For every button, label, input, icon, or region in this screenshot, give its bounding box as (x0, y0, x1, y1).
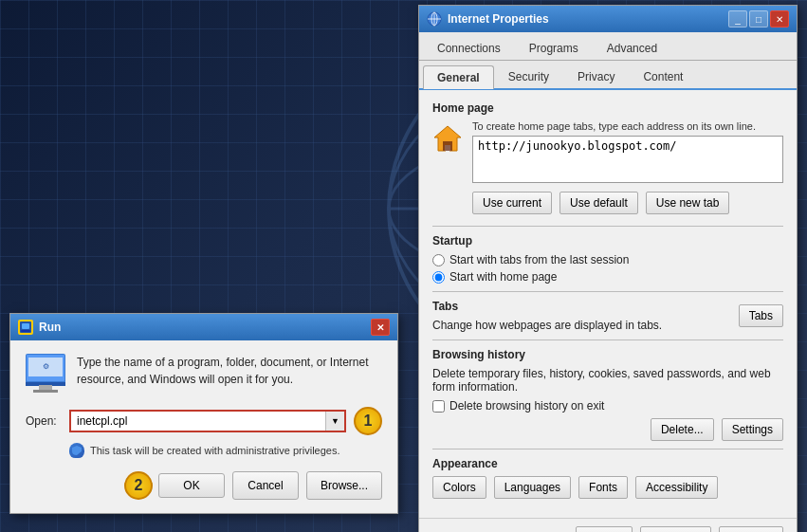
startup-option2-radio[interactable] (432, 271, 445, 284)
close-button[interactable]: ✕ (770, 10, 789, 28)
run-buttons-row: 2 OK Cancel Browse... (26, 471, 382, 500)
svg-rect-25 (445, 145, 450, 151)
inet-titlebar: Internet Properties _ □ ✕ (419, 6, 797, 32)
startup-label: Startup (432, 234, 783, 248)
run-ok-button[interactable]: OK (158, 473, 225, 498)
delete-button[interactable]: Delete... (651, 418, 714, 441)
tab-privacy[interactable]: Privacy (563, 64, 629, 88)
startup-option1-radio[interactable] (432, 254, 445, 266)
tab-programs[interactable]: Programs (515, 36, 593, 60)
run-dropdown-button[interactable]: ▼ (325, 412, 344, 431)
divider-3 (432, 339, 783, 340)
home-page-content: To create home page tabs, type each addr… (472, 120, 783, 214)
browsing-history-section: Browsing history Delete temporary files,… (432, 348, 783, 441)
tabs-section: Tabs Change how webpages are displayed i… (432, 300, 783, 332)
run-open-label: Open: (26, 414, 62, 428)
run-browse-button[interactable]: Browse... (306, 471, 382, 500)
svg-rect-11 (21, 330, 30, 332)
svg-rect-16 (33, 390, 58, 393)
home-page-label: Home page (432, 101, 783, 115)
svg-text:⚙: ⚙ (43, 362, 49, 371)
run-titlebar: Run ✕ (10, 314, 397, 340)
inet-cancel-button[interactable]: Cancel (640, 526, 711, 532)
use-current-button[interactable]: Use current (472, 192, 552, 214)
inet-titlebar-left: Internet Properties (427, 11, 549, 27)
home-page-textarea[interactable] (472, 136, 783, 183)
tab-bar-bottom: General Security Privacy Content (419, 61, 797, 90)
tab-bar-top: Connections Programs Advanced (419, 32, 797, 61)
inet-body: Home page To create home page tabs, type… (419, 90, 797, 518)
inet-apply-button[interactable]: Apply (719, 526, 783, 532)
internet-properties-dialog: Internet Properties _ □ ✕ Connections Pr… (418, 5, 798, 532)
run-admin-note: This task will be created with administr… (26, 443, 382, 458)
home-page-section: Home page To create home page tabs, type… (432, 101, 783, 214)
divider-4 (432, 449, 783, 449)
tab-advanced[interactable]: Advanced (593, 36, 671, 60)
divider-1 (432, 226, 783, 227)
fonts-button[interactable]: Fonts (578, 476, 628, 499)
use-new-tab-button[interactable]: Use new tab (646, 192, 730, 214)
run-body: ⚙ Type the name of a program, folder, do… (10, 340, 397, 513)
run-cancel-button[interactable]: Cancel (232, 471, 299, 500)
inet-dialog-icon (427, 11, 442, 27)
delete-on-exit-row: Delete browsing history on exit (432, 399, 783, 413)
svg-rect-10 (22, 323, 29, 329)
accessibility-button[interactable]: Accessibility (635, 476, 718, 499)
badge-2: 2 (124, 471, 153, 500)
settings-button[interactable]: Settings (722, 418, 783, 441)
tabs-text: Change how webpages are displayed in tab… (432, 319, 662, 332)
colors-button[interactable]: Colors (432, 476, 486, 499)
inet-title: Internet Properties (448, 12, 549, 26)
inet-win-controls: _ □ ✕ (728, 10, 789, 28)
appearance-label: Appearance (432, 457, 783, 470)
inet-footer: OK Cancel Apply (419, 518, 797, 532)
home-page-row: To create home page tabs, type each addr… (432, 120, 783, 214)
run-description: Type the name of a program, folder, docu… (77, 354, 382, 388)
run-program-icon: ⚙ (26, 354, 65, 394)
browsing-history-text: Delete temporary files, history, cookies… (432, 367, 783, 394)
tab-connections[interactable]: Connections (423, 36, 515, 60)
startup-option1-row: Start with tabs from the last session (432, 253, 783, 266)
tabs-button[interactable]: Tabs (739, 304, 783, 327)
inet-ok-button[interactable]: OK (576, 526, 633, 532)
tabs-label: Tabs (432, 300, 662, 313)
run-input[interactable] (71, 412, 325, 431)
startup-option2-row: Start with home page (432, 270, 783, 284)
home-page-buttons: Use current Use default Use new tab (472, 192, 783, 214)
startup-option1-text: Start with tabs from the last session (449, 253, 629, 266)
restore-button[interactable]: □ (749, 10, 768, 28)
startup-option2-text: Start with home page (449, 270, 557, 284)
tab-security[interactable]: Security (494, 64, 563, 88)
home-page-hint: To create home page tabs, type each addr… (472, 120, 783, 132)
browsing-history-buttons: Delete... Settings (432, 418, 783, 441)
run-titlebar-left: Run (18, 320, 61, 335)
use-default-button[interactable]: Use default (559, 192, 638, 214)
browsing-history-label: Browsing history (432, 348, 783, 361)
run-close-button[interactable]: ✕ (371, 319, 390, 336)
divider-2 (432, 291, 783, 292)
badge-1: 1 (354, 407, 382, 435)
startup-section: Startup Start with tabs from the last se… (432, 234, 783, 284)
appearance-buttons: Colors Languages Fonts Accessibility (432, 476, 783, 499)
tabs-content: Tabs Change how webpages are displayed i… (432, 300, 662, 332)
delete-on-exit-checkbox[interactable] (432, 400, 445, 413)
run-input-wrapper[interactable]: ▼ (69, 410, 346, 432)
run-admin-text: This task will be created with administr… (90, 445, 340, 456)
languages-button[interactable]: Languages (494, 476, 571, 499)
tab-general[interactable]: General (423, 65, 494, 89)
appearance-section: Appearance Colors Languages Fonts Access… (432, 457, 783, 499)
run-open-row: Open: ▼ 1 (26, 407, 382, 435)
tab-content[interactable]: Content (629, 64, 697, 88)
minimize-button[interactable]: _ (728, 10, 747, 28)
run-content-row: ⚙ Type the name of a program, folder, do… (26, 354, 382, 394)
home-icon (432, 124, 463, 155)
run-dialog: Run ✕ ⚙ Type the name of a program, fold… (9, 313, 398, 514)
delete-on-exit-label: Delete browsing history on exit (449, 399, 604, 413)
run-title: Run (39, 321, 61, 334)
shield-icon (69, 443, 84, 458)
run-icon (18, 320, 33, 335)
